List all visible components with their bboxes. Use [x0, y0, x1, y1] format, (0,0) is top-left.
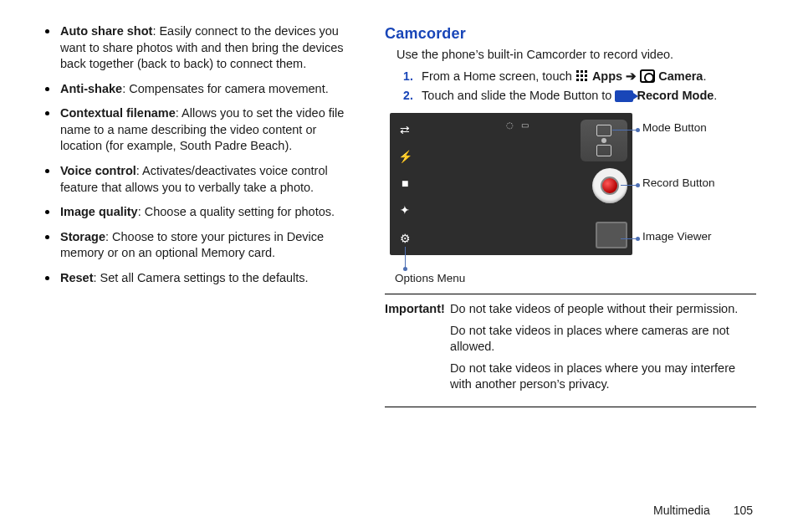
video-icon: ■ — [396, 175, 413, 192]
feature-item: Storage: Choose to store your pictures i… — [42, 229, 358, 262]
callout-viewer: Image Viewer — [642, 230, 711, 243]
feature-item: Contextual filename: Allows you to set t… — [42, 105, 358, 155]
step-2: Touch and slide the Mode Button to Recor… — [403, 88, 756, 105]
section-title: Camcorder — [385, 23, 756, 43]
step-1: From a Home screen, touch Apps ➔ Camera. — [403, 69, 756, 85]
feature-label: Anti-shake — [60, 82, 122, 95]
feature-item: Image quality: Choose a quality setting … — [42, 204, 358, 221]
important-row: Important! Do not take videos in places … — [385, 323, 756, 356]
feature-label: Storage — [60, 230, 105, 243]
mode-button — [581, 120, 627, 161]
feature-label: Image quality — [60, 205, 138, 218]
feature-list: Auto share shot: Easily connect to the d… — [42, 23, 358, 286]
mode-camera-icon — [596, 125, 611, 136]
page-footer: Multimedia 105 — [653, 503, 753, 519]
manual-page: Auto share shot: Easily connect to the d… — [0, 0, 798, 532]
feature-item: Voice control: Activates/deactivates voi… — [42, 163, 358, 196]
feature-desc: : Compensates for camera movement. — [122, 82, 329, 95]
callout-options: Options Menu — [395, 272, 465, 285]
callout-mode: Mode Button — [642, 121, 707, 135]
image-viewer-thumbnail — [596, 222, 627, 248]
feature-item: Reset: Set all Camera settings to the de… — [42, 270, 358, 287]
feature-label: Contextual filename — [60, 106, 176, 120]
feature-label: Auto share shot — [60, 24, 152, 38]
important-text: Do not take videos of people without the… — [450, 301, 756, 318]
effects-icon: ✦ — [396, 202, 413, 218]
feature-item: Auto share shot: Easily connect to the d… — [42, 23, 358, 73]
step-end: . — [714, 89, 717, 102]
callout-record: Record Button — [642, 176, 714, 190]
important-note: Important! Do not take videos of people … — [385, 294, 756, 407]
record-mode-icon — [615, 90, 633, 102]
mode-video-icon — [596, 145, 611, 156]
important-row: Important! Do not take videos of people … — [385, 301, 756, 318]
callout-lead — [621, 185, 639, 186]
steps-list: From a Home screen, touch Apps ➔ Camera.… — [403, 69, 756, 105]
right-column: Camcorder Use the phone’s built-in Camco… — [385, 23, 756, 407]
step-text: Touch and slide the Mode Button to — [422, 89, 615, 102]
camera-label: Camera — [658, 69, 703, 83]
feature-desc: : Choose a quality setting for photos. — [138, 205, 335, 218]
settings-icon: ⚙ — [396, 230, 413, 247]
callout-lead — [612, 130, 639, 130]
record-mode-label: Record Mode — [637, 89, 714, 102]
important-tag: Important! — [385, 301, 450, 318]
share-icon: ⇄ — [396, 121, 413, 138]
step-text: From a Home screen, touch — [422, 69, 575, 83]
feature-label: Voice control — [60, 164, 136, 177]
section-intro: Use the phone’s built-in Camcorder to re… — [396, 47, 756, 64]
feature-label: Reset — [60, 271, 94, 284]
callout-lead — [621, 238, 639, 239]
flash-icon: ⚡ — [396, 148, 413, 165]
important-row: Important! Do not take videos in places … — [385, 361, 756, 393]
record-button — [592, 168, 627, 203]
feature-item: Anti-shake: Compensates for camera movem… — [42, 81, 358, 98]
footer-chapter: Multimedia — [653, 504, 710, 517]
camcorder-diagram: ⇄ ⚡ ■ ✦ ⚙ ◌ ▭ Mode — [390, 113, 708, 255]
important-text: Do not take videos in places where camer… — [450, 323, 756, 356]
feature-desc: : Set all Camera settings to the default… — [94, 271, 309, 284]
important-text: Do not take videos in places where you m… — [450, 361, 756, 393]
apps-icon — [575, 69, 589, 83]
footer-page-number: 105 — [734, 504, 753, 517]
mode-indicator — [601, 138, 606, 143]
step-end: . — [703, 69, 706, 83]
apps-label: Apps — [592, 69, 622, 83]
status-icons: ◌ ▭ — [506, 120, 531, 131]
camera-icon — [640, 69, 655, 83]
callout-lead — [405, 247, 406, 270]
arrow-icon: ➔ — [626, 69, 640, 83]
left-column: Auto share shot: Easily connect to the d… — [42, 23, 358, 407]
camcorder-screen: ⇄ ⚡ ■ ✦ ⚙ ◌ ▭ — [390, 113, 632, 255]
